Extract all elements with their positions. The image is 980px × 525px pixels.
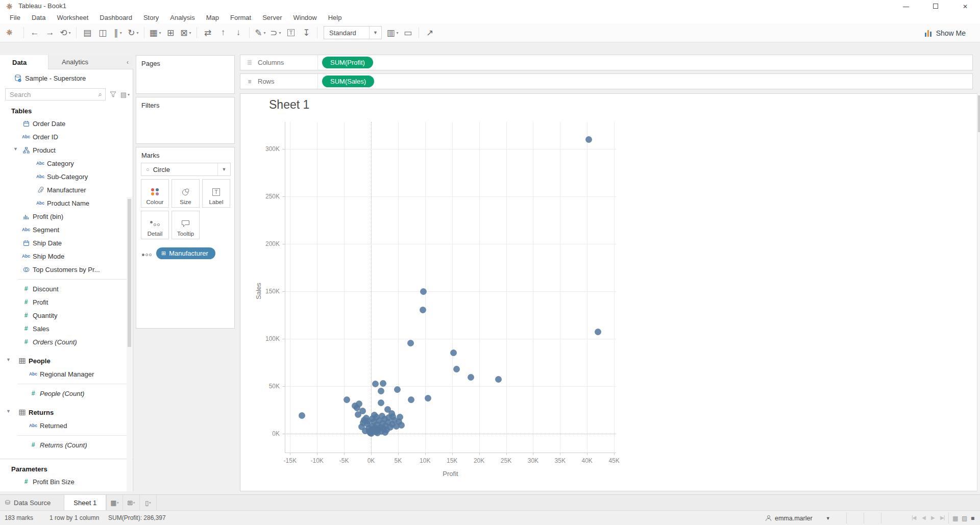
group-members-button[interactable]: ⊃▾ [268,25,283,40]
field-item-discount[interactable]: #Discount [0,282,133,295]
scatter-mark[interactable] [585,136,592,143]
tab-sheet-1[interactable]: Sheet 1 [64,495,106,510]
previous-page-button[interactable]: ◀ [922,515,925,520]
scatter-mark[interactable] [420,307,426,313]
scatter-mark[interactable] [389,413,396,420]
field-item-profit-bin-size[interactable]: #Profit Bin Size [0,475,133,488]
field-item-returns-count[interactable]: #Returns (Count) [0,438,133,452]
filter-fields-icon[interactable] [110,91,116,97]
scatter-mark[interactable] [453,366,460,372]
new-dashboard-button[interactable]: ⊞+ [123,495,140,510]
field-item-ship-date[interactable]: Ship Date [0,236,133,249]
fix-axes-button[interactable]: ↧ [299,25,314,40]
menu-story[interactable]: Story [138,12,164,23]
full-view-icon[interactable]: ■ [971,515,974,522]
sum-profit-pill[interactable]: SUM(Profit) [322,57,373,68]
menu-map[interactable]: Map [201,12,225,23]
tab-data-source[interactable]: ⛁ Data Source [0,495,64,510]
detail-button[interactable]: Detail [141,211,169,239]
grid-view-icon[interactable]: ▦ [952,515,958,522]
show-hide-cards-button[interactable]: ▥▾ [385,25,400,40]
new-data-source-button[interactable]: ◫ [95,25,110,40]
show-mark-labels-button[interactable]: T [283,25,299,40]
field-item-people-count[interactable]: #People (Count) [0,387,133,400]
field-item-profit[interactable]: #Profit [0,295,133,309]
chevron-down-icon[interactable]: ▼ [369,27,381,39]
tooltip-button[interactable]: Tooltip [172,211,200,239]
fit-dropdown[interactable]: Standard ▼ [324,26,382,39]
tab-data[interactable]: Data [0,55,48,69]
menu-data[interactable]: Data [26,12,51,23]
menu-file[interactable]: File [4,12,26,23]
pages-shelf[interactable]: Pages [136,55,235,94]
expand-pill-icon[interactable]: ⊞ [161,250,166,257]
scatter-mark[interactable] [370,426,377,433]
field-item-product-name[interactable]: AbcProduct Name [0,196,133,210]
save-button[interactable]: ▤ [80,25,95,40]
scrollbar-thumb[interactable] [978,95,980,132]
duplicate-button[interactable]: ⊞ [163,25,178,40]
scatter-mark[interactable] [299,412,305,419]
field-item-regional-manager[interactable]: AbcRegional Manager [0,367,133,381]
table-group-returns[interactable]: ▼Returns [0,406,133,419]
field-item-order-id[interactable]: AbcOrder ID [0,130,133,143]
size-button[interactable]: Size [172,179,200,208]
field-item-ship-mode[interactable]: AbcShip Mode [0,249,133,263]
datasource-item[interactable]: Sample - Superstore [0,69,133,87]
sort-ascending-button[interactable]: ↑ [215,25,231,40]
scatter-mark[interactable] [398,422,405,429]
menu-dashboard[interactable]: Dashboard [94,12,138,23]
user-menu[interactable]: emma.marler ▼ [766,511,838,525]
scatter-mark[interactable] [407,340,414,346]
new-worksheet-button[interactable]: ▦▾ [148,25,163,40]
chevron-down-icon[interactable]: ▼ [217,163,230,176]
new-story-button[interactable]: ▯+ [140,495,157,510]
field-item-product[interactable]: ▼Product [0,143,133,157]
scatter-mark[interactable] [380,380,386,387]
scatter-mark[interactable] [378,399,384,406]
field-list-scrollbar[interactable]: ▼ [127,197,132,491]
collapse-pane-icon[interactable]: ‹ [122,55,133,69]
tableau-toolbar-logo-icon[interactable]: ✛✛ [6,28,15,37]
filmstrip-view-icon[interactable]: ▨ [962,515,967,522]
scatter-mark[interactable] [420,288,427,295]
scatter-mark[interactable] [379,413,385,419]
label-button[interactable]: TLabel [202,179,230,208]
field-item-sub-category[interactable]: AbcSub-Category [0,170,133,183]
scatter-mark[interactable] [355,411,361,418]
menu-help[interactable]: Help [323,12,348,23]
tab-analytics[interactable]: Analytics [48,55,122,69]
filters-shelf[interactable]: Filters [136,97,235,144]
first-page-button[interactable]: |◀ [912,515,916,520]
replay-button[interactable]: ⟲▾ [58,25,73,40]
view-options-icon[interactable]: ▤ ▾ [120,91,130,98]
last-page-button[interactable]: ▶| [940,515,944,520]
rows-shelf[interactable]: ≡ Rows SUM(Sales) [240,73,973,89]
next-page-button[interactable]: ▶ [931,515,935,520]
scatter-mark[interactable] [372,381,379,387]
field-item-top-customers-by-pr[interactable]: Top Customers by Pr... [0,263,133,276]
sort-descending-button[interactable]: ↓ [231,25,246,40]
highlight-button[interactable]: ✎▾ [253,25,268,40]
close-button[interactable]: ✕ [950,0,980,13]
table-group-people[interactable]: ▼People [0,354,133,367]
undo-button[interactable]: ← [27,25,42,40]
presentation-mode-button[interactable]: ▭ [400,25,415,40]
field-item-manufacturer[interactable]: Manufacturer [0,183,133,196]
scatter-mark[interactable] [595,329,601,335]
redo-button[interactable]: → [42,25,58,40]
scatter-mark[interactable] [382,429,388,436]
field-item-segment[interactable]: AbcSegment [0,223,133,236]
sum-sales-pill[interactable]: SUM(Sales) [322,76,374,87]
share-button[interactable]: ↗ [422,25,437,40]
scatter-mark[interactable] [450,349,457,356]
swap-rows-columns-button[interactable]: ⇄ [200,25,215,40]
scatter-mark[interactable] [378,388,384,394]
chevron-expanded-icon[interactable]: ▼ [6,357,11,362]
scatter-mark[interactable] [371,412,378,418]
columns-shelf[interactable]: ⦙⦙⦙ Columns SUM(Profit) [240,55,973,70]
field-item-top-customers[interactable]: #Top Customers [0,488,133,491]
maximize-button[interactable] [921,0,950,13]
scatter-mark[interactable] [425,395,431,402]
field-item-category[interactable]: AbcCategory [0,157,133,170]
